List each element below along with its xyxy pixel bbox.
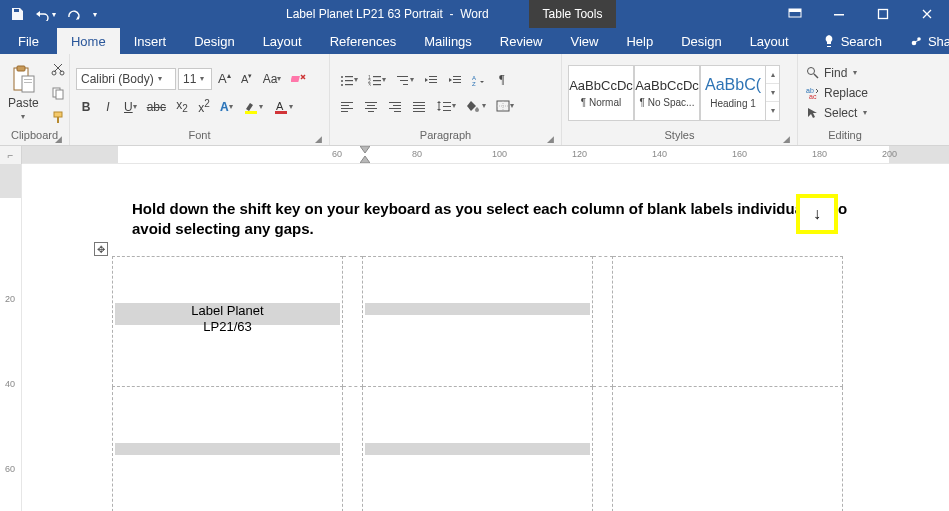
line-spacing-button[interactable]: ▾ bbox=[432, 95, 460, 117]
align-center-button[interactable] bbox=[360, 95, 382, 117]
label-cell[interactable] bbox=[363, 387, 593, 512]
svg-rect-15 bbox=[54, 112, 62, 117]
selection-band bbox=[115, 443, 340, 455]
copy-button[interactable] bbox=[47, 82, 69, 104]
svg-rect-58 bbox=[413, 108, 425, 109]
group-label-clipboard: Clipboard◢ bbox=[4, 129, 65, 145]
sort-button[interactable]: AZ bbox=[468, 69, 490, 91]
text-effects-button[interactable]: A▾ bbox=[216, 96, 237, 118]
svg-rect-18 bbox=[245, 111, 257, 114]
font-launcher[interactable]: ◢ bbox=[313, 134, 323, 144]
paste-button[interactable]: Paste ▾ bbox=[4, 62, 43, 123]
vertical-ruler[interactable]: 20 40 60 bbox=[0, 164, 22, 511]
save-button[interactable] bbox=[4, 2, 30, 26]
label-cell[interactable] bbox=[113, 387, 343, 512]
tab-design[interactable]: Design bbox=[180, 28, 248, 54]
font-name-dropdown[interactable]: Calibri (Body)▾ bbox=[76, 68, 176, 90]
minimize-button[interactable] bbox=[817, 0, 861, 28]
tab-home[interactable]: Home bbox=[57, 28, 120, 54]
label-cell[interactable] bbox=[613, 387, 843, 512]
tab-mailings[interactable]: Mailings bbox=[410, 28, 486, 54]
clear-formatting-icon bbox=[291, 72, 307, 86]
tab-references[interactable]: References bbox=[316, 28, 410, 54]
replace-button[interactable]: abacReplace bbox=[802, 83, 872, 103]
align-left-button[interactable] bbox=[336, 95, 358, 117]
tab-review[interactable]: Review bbox=[486, 28, 557, 54]
svg-rect-32 bbox=[373, 84, 381, 85]
strikethrough-button[interactable]: abc bbox=[143, 96, 170, 118]
subscript-icon: x2 bbox=[176, 98, 188, 114]
qat-customize[interactable]: ▾ bbox=[88, 2, 102, 26]
change-case-button[interactable]: Aa▾ bbox=[259, 68, 286, 90]
font-color-button[interactable]: A▾ bbox=[269, 96, 297, 118]
label-cell[interactable] bbox=[363, 257, 593, 387]
tab-insert[interactable]: Insert bbox=[120, 28, 181, 54]
multilevel-list-button[interactable]: ▾ bbox=[392, 69, 418, 91]
svg-rect-22 bbox=[345, 76, 353, 77]
svg-rect-46 bbox=[341, 108, 353, 109]
styles-gallery[interactable]: AaBbCcDc¶ Normal AaBbCcDc¶ No Spac... Aa… bbox=[568, 65, 780, 121]
tab-selector[interactable]: ⌐ bbox=[0, 146, 22, 164]
tab-help[interactable]: Help bbox=[612, 28, 667, 54]
maximize-button[interactable] bbox=[861, 0, 905, 28]
decrease-indent-button[interactable] bbox=[420, 69, 442, 91]
share-button[interactable]: Share bbox=[896, 28, 949, 54]
bullets-button[interactable]: ▾ bbox=[336, 69, 362, 91]
cut-button[interactable] bbox=[47, 58, 69, 80]
increase-indent-button[interactable] bbox=[444, 69, 466, 91]
styles-gallery-scroll[interactable]: ▴▾▾ bbox=[766, 65, 780, 121]
format-painter-button[interactable] bbox=[47, 106, 69, 128]
grow-font-button[interactable]: A▴ bbox=[214, 68, 235, 90]
subscript-button[interactable]: x2 bbox=[172, 96, 192, 118]
paragraph-launcher[interactable]: ◢ bbox=[545, 134, 555, 144]
undo-button[interactable]: ▾ bbox=[32, 2, 58, 26]
horizontal-ruler[interactable]: 60 80 100 120 140 160 180 200 bbox=[22, 146, 949, 163]
font-size-dropdown[interactable]: 11▾ bbox=[178, 68, 212, 90]
highlighted-column-selector: ↓ bbox=[796, 194, 838, 234]
bold-button[interactable]: B bbox=[76, 96, 96, 118]
style-no-spacing[interactable]: AaBbCcDc¶ No Spac... bbox=[634, 65, 700, 121]
sort-icon: AZ bbox=[472, 74, 486, 86]
horizontal-ruler-area: ⌐ 60 80 100 120 140 160 180 200 bbox=[0, 146, 949, 164]
select-button[interactable]: Select▾ bbox=[802, 103, 872, 123]
align-right-button[interactable] bbox=[384, 95, 406, 117]
tab-table-design[interactable]: Design bbox=[667, 28, 735, 54]
borders-button[interactable]: ▾ bbox=[492, 95, 518, 117]
numbering-button[interactable]: 123▾ bbox=[364, 69, 390, 91]
first-line-indent-marker[interactable] bbox=[360, 146, 370, 154]
clipboard-launcher[interactable]: ◢ bbox=[53, 134, 63, 144]
style-normal[interactable]: AaBbCcDc¶ Normal bbox=[568, 65, 634, 121]
app-name: Word bbox=[460, 7, 488, 21]
table-move-handle[interactable]: ✥ bbox=[94, 242, 108, 256]
show-marks-button[interactable]: ¶ bbox=[492, 69, 512, 91]
ribbon-display-options[interactable] bbox=[773, 0, 817, 28]
superscript-button[interactable]: x2 bbox=[194, 96, 214, 118]
redo-button[interactable] bbox=[60, 2, 86, 26]
maximize-icon bbox=[877, 8, 889, 20]
justify-button[interactable] bbox=[408, 95, 430, 117]
tab-layout[interactable]: Layout bbox=[249, 28, 316, 54]
underline-button[interactable]: U▾ bbox=[120, 96, 141, 118]
tab-table-layout[interactable]: Layout bbox=[736, 28, 803, 54]
hanging-indent-marker[interactable] bbox=[360, 155, 370, 163]
italic-button[interactable]: I bbox=[98, 96, 118, 118]
page-area[interactable]: Hold down the shift key on your keyboard… bbox=[22, 164, 949, 511]
find-button[interactable]: Find▾ bbox=[802, 63, 872, 83]
shading-button[interactable]: ▾ bbox=[462, 95, 490, 117]
lightbulb-icon bbox=[823, 34, 835, 48]
svg-rect-56 bbox=[413, 102, 425, 103]
label-cell[interactable]: Label Planet LP21/63 bbox=[113, 257, 343, 387]
tab-file[interactable]: File bbox=[0, 28, 57, 54]
tab-view[interactable]: View bbox=[556, 28, 612, 54]
svg-rect-62 bbox=[443, 106, 451, 107]
label-cell[interactable] bbox=[613, 257, 843, 387]
clear-formatting-button[interactable] bbox=[287, 68, 311, 90]
style-heading-1[interactable]: AaBbC(Heading 1 bbox=[700, 65, 766, 121]
replace-icon: abac bbox=[806, 86, 820, 100]
tell-me-search[interactable]: Search bbox=[809, 28, 896, 54]
shrink-font-button[interactable]: A▾ bbox=[237, 68, 257, 90]
highlight-button[interactable]: ▾ bbox=[239, 96, 267, 118]
svg-rect-49 bbox=[367, 105, 375, 106]
close-button[interactable] bbox=[905, 0, 949, 28]
styles-launcher[interactable]: ◢ bbox=[781, 134, 791, 144]
